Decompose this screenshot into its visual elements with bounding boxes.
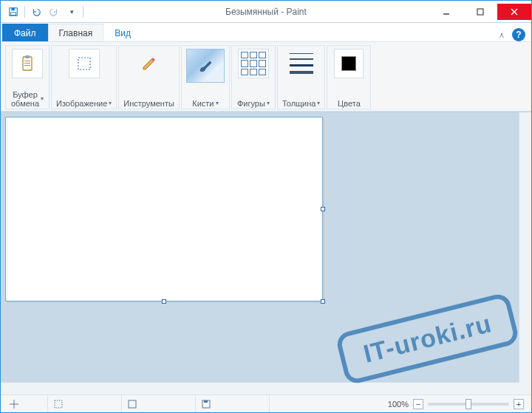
- help-icon[interactable]: ?: [512, 28, 525, 41]
- titlebar: ▾ Безымянный - Paint: [1, 1, 531, 23]
- svg-rect-8: [25, 55, 30, 58]
- cursor-position: [4, 395, 48, 412]
- svg-rect-4: [477, 9, 483, 15]
- file-size: [196, 395, 270, 412]
- canvas[interactable]: [5, 117, 323, 301]
- qat-separator: [24, 6, 25, 18]
- zoom-in-button[interactable]: +: [514, 399, 524, 409]
- canvas-size-icon: [128, 400, 137, 409]
- svg-rect-15: [55, 400, 62, 408]
- pencil-icon[interactable]: [134, 49, 165, 78]
- maximize-button[interactable]: [463, 4, 497, 20]
- svg-rect-16: [129, 400, 136, 408]
- window-controls: [429, 4, 531, 20]
- colors-label: Цвета: [338, 99, 361, 108]
- save-icon[interactable]: [5, 4, 21, 20]
- clipboard-label: Буфер обмена▾: [11, 90, 44, 108]
- brush-icon[interactable]: [186, 49, 225, 83]
- brushes-group[interactable]: Кисти▾: [181, 45, 230, 109]
- shapes-gallery-icon[interactable]: [238, 49, 269, 78]
- svg-rect-10: [24, 63, 30, 64]
- ribbon-tabs: Файл Главная Вид ⋏ ?: [1, 23, 531, 42]
- zoom-label: 100%: [388, 400, 409, 409]
- svg-rect-11: [24, 65, 30, 66]
- colors-group[interactable]: Цвета: [327, 45, 371, 109]
- zoom-out-button[interactable]: −: [413, 399, 423, 409]
- home-tab[interactable]: Главная: [48, 24, 104, 41]
- shapes-label: Фигуры▾: [237, 99, 270, 108]
- horizontal-scrollbar[interactable]: [1, 382, 519, 395]
- resize-handle-bottom[interactable]: [162, 299, 166, 304]
- svg-rect-9: [24, 61, 30, 61]
- canvas-area: IT-uroki.ru: [1, 112, 531, 395]
- paint-window: ▾ Безымянный - Paint Файл Главная Вид ⋏ …: [0, 0, 532, 413]
- close-button[interactable]: [497, 4, 531, 20]
- file-tab[interactable]: Файл: [2, 24, 48, 41]
- zoom-slider[interactable]: [428, 403, 509, 406]
- redo-icon[interactable]: [46, 4, 62, 20]
- zoom-slider-thumb[interactable]: [466, 399, 471, 409]
- shapes-group[interactable]: Фигуры▾: [231, 45, 276, 109]
- image-group[interactable]: Изображение▾: [51, 45, 117, 109]
- quick-access-toolbar: ▾: [1, 4, 85, 20]
- image-label: Изображение▾: [56, 99, 112, 108]
- paste-icon[interactable]: [12, 49, 43, 78]
- canvas-size: [122, 395, 196, 412]
- minimize-ribbon-icon[interactable]: ⋏: [499, 30, 505, 40]
- svg-rect-2: [11, 12, 16, 15]
- ribbon: Буфер обмена▾ Изображение▾ Инструменты К…: [1, 42, 531, 112]
- size-icon[interactable]: [287, 49, 316, 78]
- vertical-scrollbar[interactable]: [519, 112, 531, 382]
- qat-customize-icon[interactable]: ▾: [64, 4, 80, 20]
- svg-rect-1: [11, 7, 14, 10]
- qat-separator-2: [83, 6, 83, 18]
- resize-handle-right[interactable]: [321, 207, 325, 211]
- zoom-controls: 100% − +: [388, 399, 528, 409]
- scroll-corner: [519, 382, 531, 395]
- svg-rect-18: [204, 400, 208, 403]
- clipboard-group[interactable]: Буфер обмена▾: [5, 45, 50, 109]
- crosshair-icon: [10, 400, 18, 409]
- svg-rect-12: [78, 58, 90, 69]
- selection-size-icon: [54, 400, 63, 409]
- size-group[interactable]: Толщина▾: [277, 45, 326, 109]
- tools-label: Инструменты: [123, 99, 174, 108]
- view-tab[interactable]: Вид: [103, 24, 142, 41]
- brushes-label: Кисти▾: [192, 99, 218, 108]
- size-label: Толщина▾: [282, 99, 321, 108]
- watermark-stamp: IT-uroki.ru: [335, 292, 520, 386]
- statusbar: 100% − +: [1, 395, 531, 412]
- color-swatch-icon[interactable]: [334, 49, 364, 78]
- selection-size: [48, 395, 122, 412]
- minimize-button[interactable]: [429, 4, 463, 20]
- resize-handle-corner[interactable]: [321, 299, 325, 304]
- disk-icon: [202, 400, 211, 409]
- tools-group[interactable]: Инструменты: [118, 45, 180, 109]
- undo-icon[interactable]: [28, 4, 44, 20]
- select-icon[interactable]: [69, 49, 100, 78]
